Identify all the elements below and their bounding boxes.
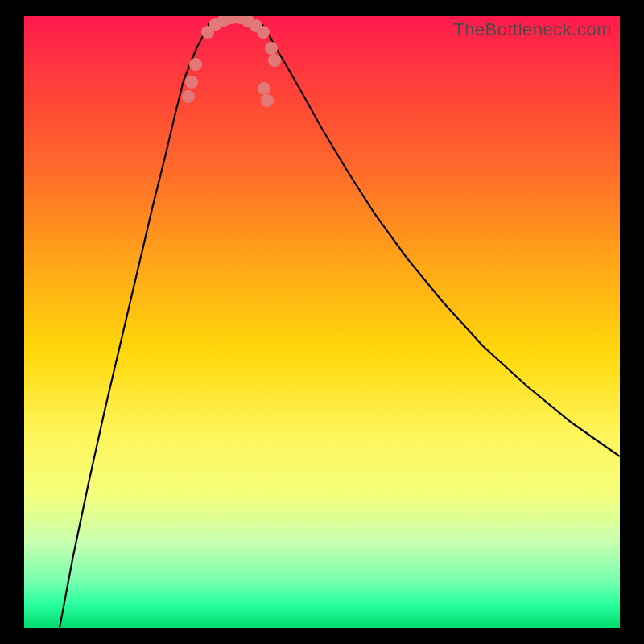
valley-marker: [201, 26, 214, 39]
chart-area: TheBottleneck.com: [24, 16, 620, 628]
valley-marker: [258, 82, 270, 95]
valley-marker-group: [182, 16, 281, 107]
valley-marker: [189, 58, 202, 71]
valley-marker: [182, 90, 195, 103]
valley-marker: [209, 18, 222, 31]
valley-marker: [242, 16, 254, 27]
valley-marker: [217, 16, 230, 27]
valley-marker: [268, 54, 281, 67]
valley-marker: [225, 16, 238, 24]
valley-marker: [250, 19, 262, 32]
valley-marker: [265, 42, 278, 55]
watermark-label: TheBottleneck.com: [453, 19, 612, 40]
valley-marker: [185, 76, 198, 89]
valley-marker: [257, 26, 270, 39]
valley-marker: [261, 94, 274, 107]
bottleneck-curve: [60, 16, 620, 628]
chart-overlay: [24, 16, 620, 628]
valley-marker: [233, 16, 246, 24]
